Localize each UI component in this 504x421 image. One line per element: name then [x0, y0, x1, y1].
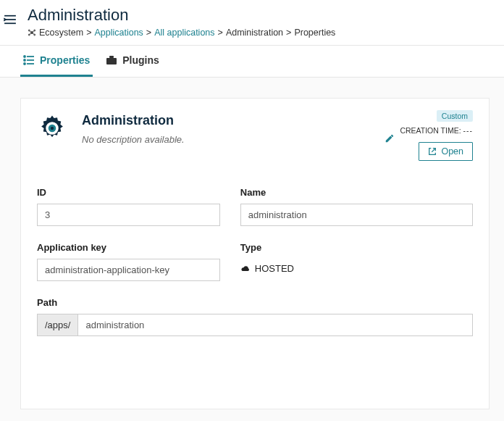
- briefcase-icon: [106, 55, 117, 65]
- svg-point-22: [51, 127, 54, 130]
- path-field: Path /apps/: [37, 297, 473, 336]
- breadcrumb-current: Properties: [294, 28, 335, 38]
- tab-properties-label: Properties: [40, 54, 90, 66]
- menu-toggle-icon[interactable]: [4, 14, 17, 25]
- creation-time-label: CREATION TIME:: [400, 126, 461, 135]
- breadcrumb-applications[interactable]: Applications: [94, 28, 143, 38]
- tab-properties[interactable]: Properties: [20, 46, 93, 77]
- custom-badge: Custom: [437, 110, 473, 122]
- svg-rect-18: [106, 58, 117, 64]
- type-label: Type: [240, 242, 473, 253]
- id-field: ID: [37, 187, 220, 226]
- ecosystem-icon: [28, 28, 36, 37]
- open-button-label: Open: [441, 146, 463, 157]
- key-label: Application key: [37, 242, 220, 253]
- type-value: HOSTED: [255, 263, 294, 274]
- breadcrumb-root: Ecosystem: [39, 28, 83, 38]
- list-icon: [23, 55, 35, 65]
- svg-point-16: [24, 63, 25, 64]
- id-label: ID: [37, 187, 220, 198]
- gear-icon: [37, 113, 67, 143]
- svg-point-12: [24, 56, 25, 57]
- breadcrumb-administration: Administration: [226, 28, 283, 38]
- tabs-bar: Properties Plugins: [0, 45, 504, 78]
- cloud-icon: [240, 264, 251, 273]
- app-name: Administration: [82, 113, 371, 128]
- external-link-icon: [428, 147, 437, 156]
- id-input[interactable]: [37, 204, 220, 226]
- svg-point-14: [24, 59, 25, 61]
- breadcrumb: Ecosystem > Applications > All applicati…: [28, 28, 504, 38]
- breadcrumb-all-applications[interactable]: All applications: [154, 28, 214, 38]
- name-field: Name: [240, 187, 473, 226]
- path-prefix: /apps/: [37, 314, 77, 336]
- name-label: Name: [240, 187, 473, 198]
- svg-line-23: [432, 149, 436, 152]
- page-title: Administration: [28, 6, 504, 25]
- key-input[interactable]: [37, 259, 220, 281]
- creation-time-value: ---: [463, 126, 474, 135]
- properties-card: Administration No description available.…: [20, 98, 490, 409]
- name-input[interactable]: [240, 204, 473, 226]
- svg-rect-19: [109, 56, 114, 58]
- path-label: Path: [37, 297, 473, 308]
- type-field: Type HOSTED: [240, 242, 473, 281]
- app-description: No description available.: [82, 134, 371, 145]
- topbar: Administration Ecosystem > Applications …: [0, 0, 504, 45]
- path-input[interactable]: [77, 314, 473, 336]
- key-field: Application key: [37, 242, 220, 281]
- tab-plugins-label: Plugins: [122, 54, 159, 66]
- tab-plugins[interactable]: Plugins: [103, 46, 162, 77]
- edit-icon[interactable]: [385, 133, 395, 143]
- open-button[interactable]: Open: [419, 142, 473, 161]
